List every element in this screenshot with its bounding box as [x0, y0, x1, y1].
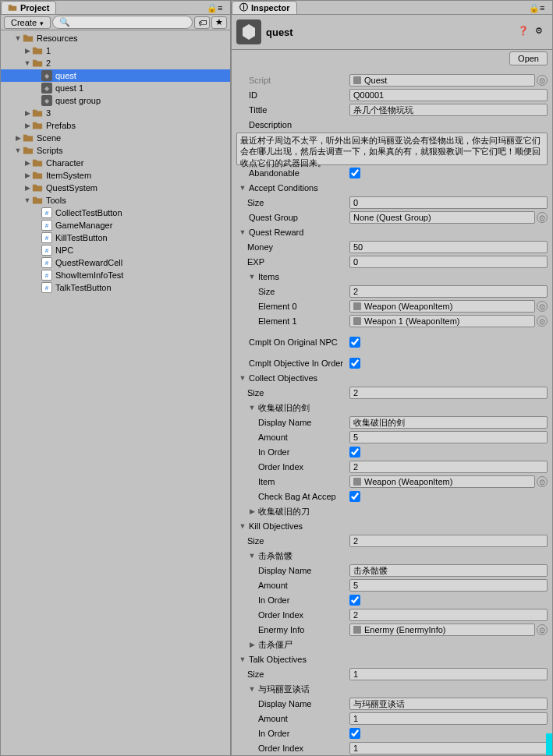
description-textarea[interactable]: 最近村子周边不太平，听外出回来的玛丽亚说会有怪物出现，你去问玛丽亚它们会在哪儿出…	[236, 132, 548, 165]
kill1-amount-input[interactable]	[349, 579, 548, 592]
talk-size-input[interactable]	[349, 668, 548, 680]
foldout-icon[interactable]	[247, 641, 257, 648]
collect1-item-field[interactable]: Weapon (WeaponItem)	[349, 475, 535, 488]
panel-controls: 🔒 ≡	[529, 3, 552, 12]
cmplt-order-checkbox[interactable]	[349, 358, 360, 369]
help-icon[interactable]: ❓	[518, 26, 530, 38]
items-size-input[interactable]	[349, 285, 548, 298]
cmplt-npc-checkbox[interactable]	[349, 337, 360, 348]
tree-item-questgroup[interactable]: ◆quest group	[1, 94, 230, 107]
collect1-checkbag-checkbox[interactable]	[349, 491, 360, 502]
tree-item-npc[interactable]: #NPC	[1, 244, 230, 256]
project-tab-bar: Project 🔒 ≡	[1, 1, 230, 15]
tree-item-gamemanager[interactable]: #GameManager	[1, 219, 230, 231]
object-picker-icon[interactable]	[537, 476, 548, 487]
folder-icon	[32, 120, 43, 131]
money-input[interactable]	[349, 241, 548, 253]
tree-item-prefabs[interactable]: Prefabs	[1, 119, 230, 132]
collect1-amount-input[interactable]	[349, 431, 548, 443]
foldout-icon[interactable]	[238, 228, 247, 236]
open-button[interactable]: Open	[509, 51, 548, 65]
tree-item-scene[interactable]: Scene	[1, 132, 230, 144]
collect1-inorder-checkbox[interactable]	[349, 447, 360, 457]
create-button[interactable]: Create	[4, 16, 51, 29]
tree-item-showitem[interactable]: #ShowItemInfoTest	[1, 269, 230, 281]
kill1-inorder-checkbox[interactable]	[349, 595, 360, 606]
tree-item-quest[interactable]: ◆quest	[1, 69, 230, 82]
talk1-amount-input[interactable]	[349, 712, 548, 725]
tree-item-quest1[interactable]: ◆quest 1	[1, 82, 230, 94]
tree-item-collecttest[interactable]: #CollectTestButton	[1, 207, 230, 219]
filter-by-type-button[interactable]: 🏷	[194, 16, 210, 29]
kill1-displayname-input[interactable]	[349, 564, 548, 577]
talk1-orderindex-input[interactable]	[349, 742, 548, 754]
scroll-indicator	[546, 733, 552, 755]
inspector-icon: ⓘ	[239, 3, 248, 12]
foldout-icon[interactable]	[247, 685, 257, 693]
search-icon: 🔍	[59, 17, 70, 27]
object-picker-icon[interactable]	[537, 75, 548, 86]
tree-item-folder1[interactable]: 1	[1, 44, 230, 57]
script-icon	[353, 76, 361, 84]
lock-icon[interactable]: 🔒	[529, 3, 538, 12]
lock-icon[interactable]: 🔒	[207, 3, 216, 12]
gear-icon[interactable]: ⚙	[535, 26, 548, 38]
kill-size-input[interactable]	[349, 535, 548, 547]
tree-item-itemsystem[interactable]: ItemSystem	[1, 169, 230, 182]
element0-field[interactable]: Weapon (WeaponItem)	[349, 300, 535, 313]
menu-icon[interactable]: ≡	[218, 3, 227, 12]
collect1-orderindex-input[interactable]	[349, 461, 548, 473]
id-input[interactable]	[349, 89, 548, 101]
foldout-icon[interactable]	[238, 655, 247, 663]
csharp-icon: #	[41, 245, 52, 256]
asset-icon: ◆	[41, 95, 52, 106]
tree-item-killtest[interactable]: #KillTestButton	[1, 231, 230, 244]
tree-item-folder2[interactable]: 2	[1, 57, 230, 69]
project-tab[interactable]: Project	[1, 1, 56, 15]
tree-item-scripts[interactable]: Scripts	[1, 144, 230, 157]
csharp-icon: #	[41, 232, 52, 243]
foldout-icon[interactable]	[238, 184, 247, 192]
talk1-displayname-input[interactable]	[349, 698, 548, 710]
csharp-icon: #	[41, 270, 52, 281]
search-input[interactable]: 🔍	[52, 16, 193, 29]
filter-by-label-button[interactable]: ★	[211, 16, 227, 29]
tree-item-resources[interactable]: Resources	[1, 32, 230, 44]
folder-icon	[32, 45, 43, 56]
folder-icon	[32, 170, 43, 181]
object-picker-icon[interactable]	[537, 212, 548, 223]
accept-size-input[interactable]	[349, 196, 548, 209]
object-picker-icon[interactable]	[537, 301, 548, 312]
enemy-field[interactable]: Enermy (EnermyInfo)	[349, 624, 535, 636]
inspector-tab-bar: ⓘ Inspector 🔒 ≡	[232, 1, 552, 15]
tree-item-qrcell[interactable]: #QuestRewardCell	[1, 256, 230, 269]
foldout-icon[interactable]	[247, 273, 257, 281]
tree-item-folder3[interactable]: 3	[1, 107, 230, 119]
title-input[interactable]	[349, 104, 548, 116]
abandonable-checkbox[interactable]	[349, 168, 360, 178]
inspector-tab[interactable]: ⓘ Inspector	[232, 1, 297, 15]
talk1-inorder-checkbox[interactable]	[349, 728, 360, 739]
foldout-icon[interactable]	[247, 404, 257, 412]
folder-icon	[32, 182, 43, 193]
element1-field[interactable]: Weapon 1 (WeaponItem)	[349, 315, 535, 327]
tree-item-character[interactable]: Character	[1, 157, 230, 169]
project-tab-label: Project	[20, 3, 49, 12]
tree-item-talktest[interactable]: #TalkTestButton	[1, 281, 230, 294]
menu-icon[interactable]: ≡	[540, 3, 549, 12]
kill1-orderindex-input[interactable]	[349, 609, 548, 621]
foldout-icon[interactable]	[247, 552, 257, 560]
exp-input[interactable]	[349, 256, 548, 268]
object-picker-icon[interactable]	[537, 316, 548, 327]
panel-controls: 🔒 ≡	[207, 3, 230, 12]
collect1-displayname-input[interactable]	[349, 416, 548, 429]
object-picker-icon[interactable]	[537, 624, 548, 635]
questgroup-field[interactable]: None (Quest Group)	[349, 211, 535, 224]
foldout-icon[interactable]	[238, 374, 247, 382]
foldout-icon[interactable]	[238, 522, 247, 530]
unity-logo-icon	[236, 19, 261, 44]
tree-item-questsystem[interactable]: QuestSystem	[1, 182, 230, 194]
tree-item-tools[interactable]: Tools	[1, 194, 230, 207]
collect-size-input[interactable]	[349, 387, 548, 399]
foldout-icon[interactable]	[247, 507, 257, 515]
